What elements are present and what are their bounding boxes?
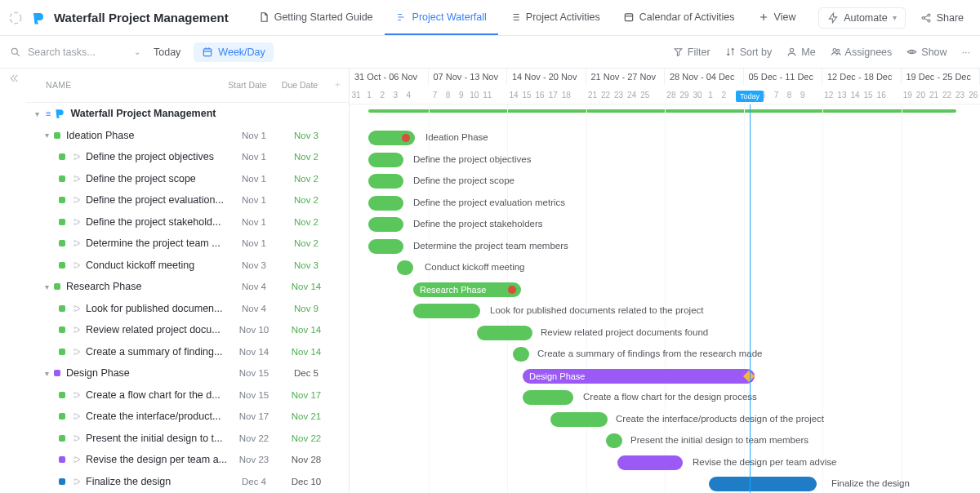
- task-row[interactable]: Create a summary of finding...Nov 14Nov …: [26, 340, 349, 362]
- gantt-bar[interactable]: [513, 347, 529, 362]
- subtask-icon: [71, 455, 82, 465]
- add-column-button[interactable]: ＋: [326, 79, 349, 91]
- search-input[interactable]: Search tasks... ⌄: [10, 47, 140, 58]
- gantt-bar-label: Define the project objectives: [413, 154, 531, 164]
- gantt-bar[interactable]: [606, 433, 622, 448]
- tab-project-activities[interactable]: Project Activities: [498, 0, 612, 35]
- svg-rect-6: [204, 48, 212, 56]
- me-button[interactable]: Me: [786, 47, 815, 58]
- subtask-icon: [71, 303, 82, 313]
- day-label: [652, 85, 665, 104]
- phase-row[interactable]: ▾Design PhaseNov 15Dec 5: [26, 362, 349, 384]
- due-date: Nov 2: [280, 238, 332, 248]
- tab-calendar-of-activities[interactable]: Calendar of Activities: [612, 0, 746, 35]
- svg-point-29: [74, 305, 75, 307]
- gantt-bar[interactable]: [413, 304, 480, 318]
- task-row[interactable]: Review related project docu...Nov 10Nov …: [26, 319, 349, 341]
- svg-point-49: [78, 459, 79, 460]
- task-row[interactable]: Revise the design per team a...Nov 23Nov…: [26, 449, 349, 471]
- gantt-bar[interactable]: [523, 390, 573, 405]
- gantt-bar[interactable]: [709, 477, 817, 491]
- gantt-bar[interactable]: [368, 196, 403, 211]
- gantt-bar[interactable]: [368, 174, 403, 189]
- svg-point-13: [78, 156, 79, 158]
- svg-point-38: [74, 392, 75, 393]
- filter-label: Filter: [688, 47, 710, 58]
- start-date: Nov 15: [228, 368, 280, 378]
- start-date: Nov 4: [228, 282, 280, 291]
- phase-row[interactable]: ▾Ideation PhaseNov 1Nov 3: [26, 124, 349, 146]
- gantt-bar-label: Revise the design per team advise: [693, 457, 836, 467]
- today-link[interactable]: Today: [154, 47, 180, 58]
- gantt-bar[interactable]: [368, 217, 403, 232]
- calendar-icon: [623, 11, 635, 23]
- status-bullet-icon: [59, 478, 65, 485]
- plus-icon: [758, 11, 769, 23]
- phase-row[interactable]: ▾Research PhaseNov 4Nov 14: [26, 276, 349, 298]
- filter-button[interactable]: Filter: [673, 47, 710, 58]
- task-row[interactable]: Conduct kickoff meetingNov 3Nov 3: [26, 254, 349, 276]
- gantt-bar-label: Define the project stakeholders: [413, 219, 543, 229]
- gantt-bar[interactable]: Research Phase: [413, 282, 521, 297]
- weekday-toggle[interactable]: Week/Day: [194, 42, 273, 62]
- gantt-bar-label: Determine the project team members: [413, 241, 568, 251]
- svg-point-47: [74, 457, 75, 459]
- task-row[interactable]: Define the project evaluation...Nov 1Nov…: [26, 189, 349, 211]
- gantt-bar-label: Create a flow chart for the design proce…: [583, 392, 757, 402]
- share-button[interactable]: Share: [912, 8, 972, 28]
- svg-point-20: [74, 219, 75, 220]
- task-row[interactable]: Create the interface/product...Nov 17Nov…: [26, 406, 349, 428]
- svg-point-28: [78, 264, 79, 266]
- gantt-bar[interactable]: Design Phase: [523, 369, 755, 384]
- svg-point-5: [11, 48, 17, 54]
- show-button[interactable]: Show: [906, 47, 947, 58]
- sort-button[interactable]: Sort by: [725, 47, 773, 58]
- svg-point-11: [74, 154, 75, 156]
- task-row[interactable]: Finalize the designDec 4Dec 10: [26, 470, 349, 492]
- day-label: 8: [783, 85, 796, 104]
- tab-view[interactable]: View: [746, 0, 808, 35]
- gantt-bar[interactable]: [368, 153, 403, 167]
- tab-getting-started-guide[interactable]: Getting Started Guide: [247, 0, 385, 35]
- automate-button[interactable]: Automate ▾: [818, 7, 906, 29]
- day-label: 2: [717, 85, 730, 104]
- status-bullet-icon: [59, 240, 65, 246]
- assignees-button[interactable]: Assignees: [831, 47, 893, 58]
- gantt-bar[interactable]: [397, 260, 413, 275]
- task-row[interactable]: Define the project stakehold...Nov 1Nov …: [26, 211, 349, 233]
- day-label: 4: [402, 85, 415, 104]
- task-row[interactable]: Define the project objectivesNov 1Nov 2: [26, 146, 349, 168]
- tab-project-waterfall[interactable]: Project Waterfall: [385, 0, 498, 35]
- task-row[interactable]: Look for published documen...Nov 4Nov 9: [26, 297, 349, 319]
- gantt-bar[interactable]: [368, 239, 403, 254]
- gantt-bar-label: Define the project evaluation metrics: [413, 198, 565, 207]
- gantt-bar[interactable]: [477, 326, 532, 340]
- task-row[interactable]: Present the initial design to t...Nov 22…: [26, 427, 349, 449]
- start-date: Nov 22: [228, 433, 280, 443]
- gantt-bar[interactable]: [550, 412, 608, 427]
- svg-point-35: [74, 349, 75, 350]
- task-row[interactable]: Define the project scopeNov 1Nov 2: [26, 167, 349, 189]
- task-name: Create the interface/product...: [86, 411, 228, 422]
- list-header-row[interactable]: ▾ ≡ Waterfall Project Management: [26, 103, 349, 125]
- more-button[interactable]: ···: [962, 47, 970, 58]
- task-name: Design Phase: [66, 367, 228, 379]
- task-row[interactable]: Determine the project team ...Nov 1Nov 2: [26, 233, 349, 255]
- task-row[interactable]: Create a flow chart for the d...Nov 15No…: [26, 384, 349, 406]
- day-label: 25: [639, 85, 652, 104]
- chevron-down-icon: ▾: [31, 109, 42, 118]
- week-label: 07 Nov - 13 Nov: [429, 69, 508, 85]
- svg-point-51: [74, 482, 75, 484]
- status-bullet-icon: [59, 392, 65, 398]
- list-logo-icon: [54, 108, 65, 119]
- collapse-handle-icon[interactable]: [0, 69, 26, 493]
- task-name: Define the project evaluation...: [86, 194, 228, 206]
- gantt-bar[interactable]: [617, 455, 683, 470]
- page-title: Waterfall Project Management: [54, 11, 229, 24]
- svg-point-23: [74, 241, 75, 242]
- start-date: Nov 10: [228, 325, 280, 335]
- subtask-icon: [71, 325, 82, 335]
- task-name: Create a summary of finding...: [86, 346, 228, 358]
- share-label: Share: [937, 12, 964, 24]
- list-icon: [510, 11, 521, 23]
